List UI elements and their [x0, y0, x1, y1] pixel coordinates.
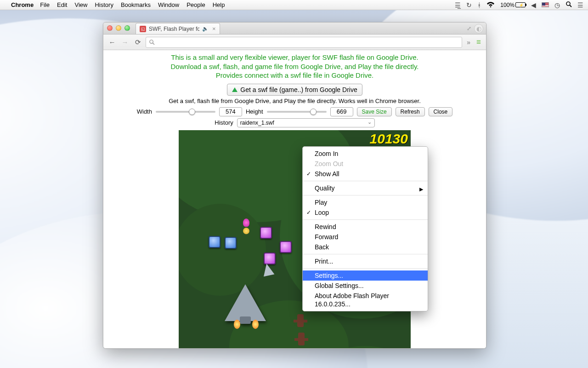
ctx-quality[interactable]: Quality▶ [303, 183, 428, 193]
chrome-titlebar[interactable]: ◱ SWF, Flash Player for Dr 🔈 × ⤢ ◐ [103, 23, 486, 34]
height-input[interactable] [330, 107, 353, 116]
menu-file[interactable]: File [40, 1, 50, 8]
ctx-forward[interactable]: Forward [303, 232, 428, 242]
gem [280, 241, 292, 253]
ctx-loop[interactable]: ✓Loop [303, 207, 428, 218]
svg-line-1 [570, 5, 571, 7]
history-label: History [215, 119, 233, 126]
window-zoom-button[interactable] [124, 25, 130, 31]
intro-line2: Download a swf, flash, and game file fro… [117, 62, 473, 71]
menu-window[interactable]: Window [158, 1, 179, 8]
timemachine-icon[interactable]: ↻ [466, 1, 472, 9]
forward-button[interactable]: → [120, 37, 130, 47]
separator [303, 195, 428, 196]
reload-button[interactable]: ⟳ [133, 37, 143, 47]
gem [264, 253, 276, 264]
window-traffic-lights [107, 25, 130, 31]
flame [252, 320, 259, 329]
ctx-rewind[interactable]: Rewind [303, 222, 428, 232]
height-label: Height [246, 108, 263, 115]
get-swf-button[interactable]: Get a swf file (game..) from Google Driv… [227, 84, 362, 96]
menu-history[interactable]: History [95, 1, 113, 8]
window-close-button[interactable] [107, 25, 113, 31]
toolbar-overflow-icon[interactable]: » [465, 39, 472, 46]
blurb-text: Get a swf, flash file from Google Drive,… [117, 98, 473, 104]
window-fullscreen-icon[interactable]: ⤢ [467, 25, 471, 32]
tab-title: SWF, Flash Player for Dr [149, 26, 199, 32]
history-select[interactable]: raidenx_1.swf [237, 118, 375, 127]
svg-line-3 [153, 43, 154, 45]
profile-avatar[interactable]: ◐ [474, 24, 483, 33]
battery-percent: 100% [500, 2, 514, 8]
mac-menubar: Chrome File Edit View History Bookmarks … [0, 0, 588, 10]
check-icon: ✓ [306, 170, 311, 178]
submenu-arrow-icon: ▶ [419, 185, 423, 193]
ctx-print[interactable]: Print... [303, 256, 428, 266]
separator [303, 254, 428, 254]
history-value: raidenx_1.swf [240, 120, 274, 126]
chrome-toolbar: ← → ⟳ » ≡ [103, 34, 486, 50]
battery-status[interactable]: 100% ⚡ [500, 2, 526, 8]
menu-edit[interactable]: Edit [57, 1, 67, 8]
game-score: 10130 [370, 131, 408, 147]
tab-favicon: ◱ [140, 26, 146, 32]
svg-point-2 [150, 40, 153, 43]
wifi-icon[interactable] [486, 1, 495, 9]
flame [234, 320, 240, 329]
ctx-back[interactable]: Back [303, 242, 428, 252]
search-icon [149, 39, 155, 45]
flash-context-menu: Zoom In Zoom Out ✓Show All Quality▶ Play… [302, 146, 428, 311]
width-label: Width [137, 108, 152, 115]
height-slider[interactable] [267, 111, 327, 113]
battery-icon: ⚡ [515, 2, 526, 7]
separator [303, 181, 428, 181]
chrome-window: ◱ SWF, Flash Player for Dr 🔈 × ⤢ ◐ ← → ⟳… [103, 22, 486, 349]
ctx-settings[interactable]: Settings... [303, 270, 428, 281]
coin [243, 228, 249, 234]
menu-view[interactable]: View [74, 1, 87, 8]
enemy-plane [294, 314, 307, 330]
svg-point-0 [566, 2, 570, 6]
bluetooth-icon[interactable]: ᚼ [477, 1, 481, 9]
notification-icon[interactable]: ☰̲ [455, 1, 461, 9]
window-minimize-button[interactable] [116, 25, 121, 31]
address-bar[interactable] [146, 37, 462, 48]
intro-line3: Provides connect with a swf file file in… [117, 71, 473, 80]
ctx-zoom-in[interactable]: Zoom In [303, 149, 428, 159]
ctx-global-settings[interactable]: Global Settings... [303, 281, 428, 291]
separator [303, 268, 428, 269]
width-input[interactable] [219, 107, 242, 116]
input-flag-icon[interactable] [542, 2, 549, 7]
menu-bookmarks[interactable]: Bookmarks [121, 1, 151, 8]
get-swf-label: Get a swf file (game..) from Google Driv… [240, 86, 357, 93]
powerup [243, 218, 249, 227]
menu-people[interactable]: People [187, 1, 205, 8]
chrome-menu-icon[interactable]: ≡ [475, 38, 482, 47]
separator [303, 219, 428, 220]
menu-help[interactable]: Help [213, 1, 225, 8]
tab-close-icon[interactable]: × [212, 25, 216, 32]
ctx-play[interactable]: Play [303, 197, 428, 207]
clock-icon[interactable]: ◷ [554, 1, 560, 9]
volume-back-icon[interactable]: ◀ [531, 1, 536, 9]
tab-audio-icon[interactable]: 🔈 [202, 26, 209, 32]
ctx-zoom-out: Zoom Out [303, 159, 428, 169]
spotlight-icon[interactable] [565, 1, 572, 9]
ctx-about[interactable]: About Adobe Flash Player 16.0.0.235... [303, 291, 428, 309]
save-size-button[interactable]: Save Size [357, 107, 392, 116]
refresh-button[interactable]: Refresh [396, 107, 425, 116]
gem [209, 236, 220, 248]
close-button[interactable]: Close [429, 107, 453, 116]
back-button[interactable]: ← [107, 37, 117, 47]
enemy-plane [294, 333, 308, 348]
menubar-app-name[interactable]: Chrome [11, 1, 34, 8]
gem [225, 237, 237, 249]
ctx-show-all[interactable]: ✓Show All [303, 169, 428, 179]
page-viewport: This is a small and very flexible viewer… [103, 50, 486, 348]
width-slider[interactable] [156, 111, 215, 113]
notification-center-icon[interactable]: ☰ [577, 1, 583, 9]
browser-tab[interactable]: ◱ SWF, Flash Player for Dr 🔈 × [136, 23, 220, 34]
gem [260, 227, 272, 239]
intro-line1: This is a small and very flexible viewer… [117, 53, 473, 62]
small-ship [261, 262, 275, 276]
